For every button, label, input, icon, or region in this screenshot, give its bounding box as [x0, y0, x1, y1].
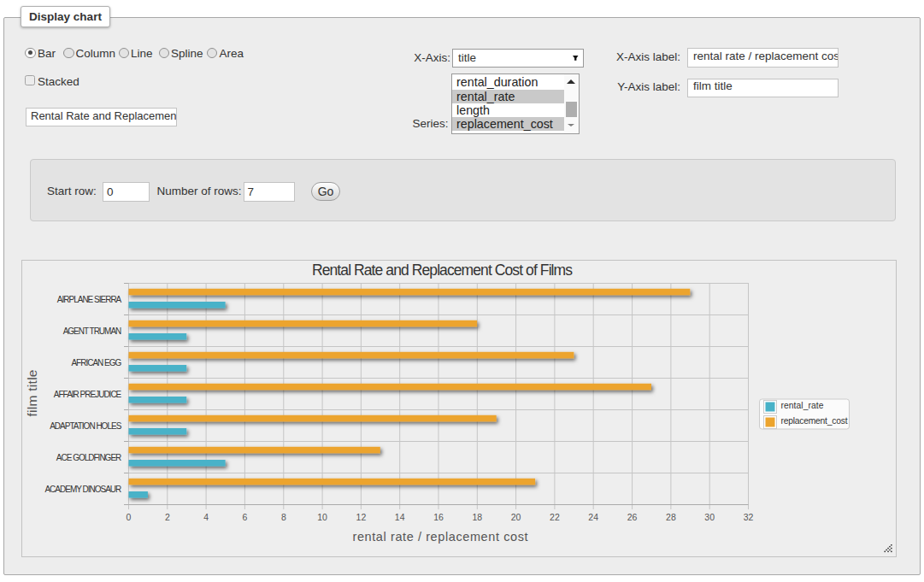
svg-text:32: 32 — [743, 512, 753, 522]
svg-text:10: 10 — [317, 512, 327, 522]
svg-text:20: 20 — [510, 512, 521, 522]
svg-text:0: 0 — [126, 512, 131, 522]
svg-text:Rental Rate and Replacement Co: Rental Rate and Replacement Cost of Film… — [312, 262, 573, 279]
svg-text:rental rate / replacement cost: rental rate / replacement cost — [352, 530, 527, 544]
svg-text:ADAPTATION HOLES: ADAPTATION HOLES — [50, 421, 121, 431]
svg-text:30: 30 — [704, 512, 715, 522]
svg-text:AFFAIR PREJUDICE: AFFAIR PREJUDICE — [53, 390, 121, 399]
svg-text:28: 28 — [666, 512, 676, 522]
svg-text:AFRICAN EGG: AFRICAN EGG — [71, 358, 121, 367]
svg-text:24: 24 — [588, 512, 598, 522]
svg-text:AIRPLANE SIERRA: AIRPLANE SIERRA — [56, 295, 121, 304]
svg-text:8: 8 — [280, 512, 285, 522]
svg-text:ACADEMY DINOSAUR: ACADEMY DINOSAUR — [44, 485, 121, 494]
svg-text:4: 4 — [203, 512, 209, 522]
svg-text:AGENT TRUMAN: AGENT TRUMAN — [62, 326, 121, 336]
svg-text:6: 6 — [242, 512, 247, 522]
svg-text:14: 14 — [394, 512, 404, 522]
svg-text:18: 18 — [472, 512, 482, 522]
svg-text:16: 16 — [433, 512, 444, 522]
svg-text:film title: film title — [25, 370, 39, 417]
svg-text:26: 26 — [627, 512, 637, 522]
svg-text:22: 22 — [550, 512, 560, 522]
svg-text:12: 12 — [356, 512, 366, 522]
svg-text:ACE GOLDFINGER: ACE GOLDFINGER — [56, 453, 121, 462]
svg-text:rental_rate: rental_rate — [780, 401, 823, 410]
svg-text:replacement_cost: replacement_cost — [780, 416, 847, 426]
svg-text:2: 2 — [164, 512, 169, 522]
